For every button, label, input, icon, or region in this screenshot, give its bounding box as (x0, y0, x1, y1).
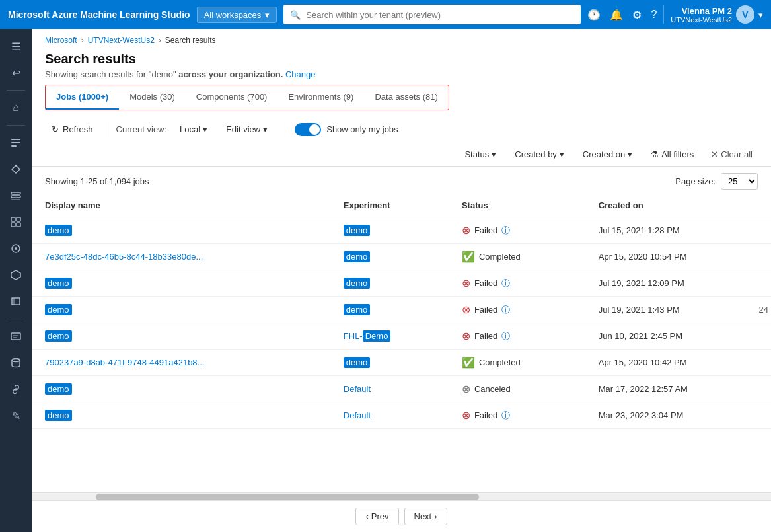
show-my-jobs-toggle[interactable] (295, 123, 321, 136)
experiment-highlighted[interactable]: demo (344, 225, 371, 236)
chevron-down-icon: ▾ (492, 149, 496, 159)
next-button[interactable]: Next › (404, 508, 447, 525)
prev-button[interactable]: ‹ Prev (355, 508, 398, 525)
status-text: Completed (479, 252, 521, 262)
info-icon[interactable]: ⓘ (501, 278, 510, 289)
svg-rect-9 (17, 223, 20, 227)
help-icon[interactable]: ? (651, 9, 657, 20)
sidebar-home[interactable]: ⌂ (4, 96, 28, 120)
info-icon[interactable]: ⓘ (501, 225, 510, 237)
edit-view-label: Edit view (226, 124, 260, 134)
sidebar-data[interactable] (4, 184, 28, 208)
failed-icon: ⊗ (462, 224, 470, 237)
status-text: Failed (474, 278, 497, 288)
tab-models[interactable]: Models (30) (119, 85, 186, 110)
experiment-link[interactable]: Default (344, 384, 371, 394)
status-badge: ✅ Completed (462, 250, 572, 263)
sidebar-storage[interactable] (4, 351, 28, 375)
status-filter-label: Status (464, 149, 489, 159)
sidebar-compute[interactable] (4, 324, 28, 348)
status-badge: ⊗ Failed ⓘ (462, 303, 572, 316)
svg-rect-12 (11, 333, 20, 340)
sidebar-models[interactable] (4, 289, 28, 313)
chevron-down-icon: ▾ (203, 124, 207, 134)
status-badge: ⊗ Failed ⓘ (462, 277, 572, 289)
edit-view-dropdown[interactable]: Edit view ▾ (221, 122, 273, 137)
current-view-dropdown[interactable]: Local ▾ (174, 122, 213, 137)
table-row: demo demo ⊗ Failed ⓘ Jul 19, 2021 12:09 … (32, 270, 771, 297)
avatar[interactable]: V (736, 5, 754, 24)
breadcrumb-microsoft[interactable]: Microsoft (45, 36, 77, 45)
notifications-icon[interactable]: 🔔 (610, 9, 623, 21)
clear-all-button[interactable]: ✕ Clear all (706, 147, 758, 162)
chevron-left-icon: ‹ (365, 512, 368, 521)
table-row: demo Default ⊗ Failed ⓘ Mar 23, 2022 3:0… (32, 402, 771, 429)
sidebar-hamburger[interactable]: ☰ (4, 34, 28, 58)
sidebar-pipelines[interactable] (4, 157, 28, 181)
status-filter[interactable]: Status ▾ (458, 147, 503, 162)
svg-rect-4 (11, 196, 20, 198)
table-row: demo FHL-Demo ⊗ Failed ⓘ Jun 10, 2021 2:… (32, 323, 771, 350)
display-name-link[interactable]: 7e3df25c-48dc-46b5-8c44-18b33e80de... (45, 252, 203, 262)
page-size-select[interactable]: 25 50 100 (721, 173, 758, 190)
topbar: Microsoft Azure Machine Learning Studio … (0, 0, 771, 29)
experiment-highlighted[interactable]: demo (344, 251, 371, 262)
show-my-jobs-label: Show only my jobs (326, 124, 398, 134)
table-row: demo demo ⊗ Failed ⓘ Jul 15, 2021 1:28 P… (32, 217, 771, 244)
workspace-selector[interactable]: All workspaces ▾ (197, 7, 277, 23)
refresh-label: Refresh (63, 124, 93, 134)
all-filters-button[interactable]: ⚗ All filters (644, 147, 700, 162)
horizontal-scrollbar[interactable] (32, 492, 771, 500)
display-name-highlighted[interactable]: demo (45, 330, 72, 342)
created-on-filter[interactable]: Created on ▾ (576, 147, 639, 162)
display-name-highlighted[interactable]: demo (45, 278, 72, 289)
display-name-highlighted[interactable]: demo (45, 225, 72, 236)
tab-jobs[interactable]: Jobs (1000+) (46, 85, 119, 110)
sidebar-components[interactable] (4, 210, 28, 234)
tab-components[interactable]: Components (700) (186, 85, 278, 110)
created-by-filter[interactable]: Created by ▾ (508, 147, 571, 162)
svg-rect-8 (11, 223, 15, 227)
sidebar-linked[interactable] (4, 377, 28, 401)
change-link[interactable]: Change (285, 69, 316, 79)
svg-rect-2 (11, 145, 17, 147)
history-icon[interactable]: 🕐 (587, 9, 601, 21)
current-view-label: Current view: (116, 124, 167, 134)
sidebar-endpoints[interactable] (4, 237, 28, 260)
experiment-highlighted[interactable]: demo (344, 304, 371, 315)
info-icon[interactable]: ⓘ (501, 330, 510, 342)
chevron-down-icon: ▾ (263, 124, 268, 134)
info-icon[interactable]: ⓘ (501, 304, 510, 316)
experiment-highlighted[interactable]: demo (344, 278, 371, 289)
sidebar-jobs[interactable] (4, 131, 28, 155)
status-text: Failed (474, 225, 497, 235)
avatar-initials: V (742, 9, 748, 20)
display-name-highlighted[interactable]: demo (45, 383, 72, 395)
display-name-highlighted[interactable]: demo (45, 304, 72, 315)
breadcrumb-workspace[interactable]: UTVNext-WestUs2 (88, 36, 155, 45)
table-row: demo Default ⊗ Canceled Mar 17, 2022 12:… (32, 376, 771, 402)
user-menu[interactable]: Vienna PM 2 UTVNext-WestUs2 V ▾ (663, 5, 763, 24)
display-name-link[interactable]: 790237a9-d8ab-471f-9748-4491a421b8... (45, 358, 204, 367)
sidebar-back[interactable]: ↩ (4, 61, 28, 85)
experiment-link[interactable]: FHL-Demo (344, 330, 391, 342)
sidebar: ☰ ↩ ⌂ (0, 29, 32, 532)
scrollbar-thumb[interactable] (96, 494, 479, 500)
display-name-highlighted[interactable]: demo (45, 410, 72, 421)
info-icon[interactable]: ⓘ (501, 410, 510, 422)
created-on-date: Jul 19, 2021 1:43 PM 24 (585, 297, 771, 323)
sidebar-environments[interactable] (4, 263, 28, 287)
tab-environments[interactable]: Environments (9) (277, 85, 364, 110)
experiment-highlighted[interactable]: demo (344, 357, 371, 368)
completed-icon: ✅ (462, 250, 475, 263)
completed-icon: ✅ (462, 356, 475, 369)
pagination: ‹ Prev Next › (32, 500, 771, 532)
global-search[interactable]: 🔍 (283, 5, 581, 24)
search-input[interactable] (306, 10, 574, 20)
settings-icon[interactable]: ⚙ (632, 9, 642, 21)
sidebar-divider-1 (7, 90, 25, 91)
refresh-button[interactable]: ↻ Refresh (45, 121, 100, 137)
sidebar-edit[interactable]: ✎ (4, 404, 28, 428)
tab-data-assets[interactable]: Data assets (81) (364, 85, 448, 110)
experiment-link[interactable]: Default (344, 410, 371, 420)
